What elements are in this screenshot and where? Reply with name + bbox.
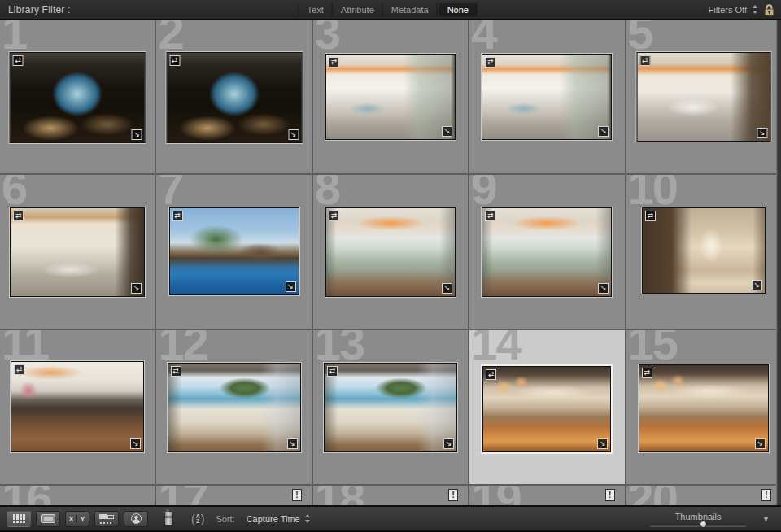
loupe-icon bbox=[41, 514, 55, 523]
grid-cell-16[interactable]: 16 bbox=[0, 486, 155, 505]
compare-view-button[interactable]: XY bbox=[65, 511, 89, 527]
grid-cell-2[interactable]: 2⇄↘ bbox=[156, 20, 311, 173]
survey-icon bbox=[99, 514, 114, 524]
filter-tab-metadata[interactable]: Metadata bbox=[383, 3, 438, 16]
photo-thumbnail-bedroom-terrace-door[interactable]: ⇄↘ bbox=[636, 52, 770, 142]
filter-tab-attribute[interactable]: Attribute bbox=[333, 3, 383, 16]
cell-index-number: 17 bbox=[158, 486, 207, 505]
adjustment-badge-icon: ↘ bbox=[132, 129, 142, 140]
adjustment-badge-icon: ↘ bbox=[598, 283, 609, 294]
cell-index-number: 15 bbox=[628, 330, 678, 367]
grid-cell-14[interactable]: 14⇄↘ bbox=[469, 330, 624, 484]
cell-index-number: 12 bbox=[158, 330, 207, 367]
missing-file-badge-icon[interactable]: ! bbox=[448, 489, 458, 501]
thumbnail-size-slider[interactable] bbox=[650, 524, 746, 526]
filters-dropdown-arrows-icon[interactable] bbox=[753, 5, 758, 14]
adjustment-badge-icon: ↘ bbox=[442, 126, 452, 137]
photo-thumbnail-pool-exterior-tree[interactable]: ⇄↘ bbox=[169, 207, 299, 295]
thumbnail-badge-icon: ⇄ bbox=[486, 369, 496, 380]
cell-index-number: 18 bbox=[315, 486, 364, 505]
filters-off-dropdown[interactable]: Filters Off bbox=[709, 5, 747, 15]
cell-index-number: 7 bbox=[158, 175, 182, 211]
loupe-view-button[interactable] bbox=[36, 511, 60, 527]
grid-view-button[interactable] bbox=[7, 511, 31, 527]
photo-thumbnail-long-living-room[interactable]: ⇄↘ bbox=[10, 207, 145, 297]
thumbnail-badge-icon: ⇄ bbox=[13, 55, 24, 66]
grid-cell-15[interactable]: 15⇄↘ bbox=[626, 330, 781, 484]
grid-cell-6[interactable]: 6⇄↘ bbox=[0, 175, 155, 329]
painter-spray-can-icon[interactable] bbox=[164, 512, 173, 526]
photo-thumbnail-bright-bedroom-windows[interactable]: ⇄↘ bbox=[325, 54, 456, 140]
filter-tab-text[interactable]: Text bbox=[299, 3, 333, 16]
grid-cell-7[interactable]: 7⇄↘ bbox=[156, 175, 311, 329]
grid-cell-4[interactable]: 4⇄↘ bbox=[469, 20, 624, 173]
thumbnail-badge-icon: ⇄ bbox=[329, 211, 339, 221]
photo-thumbnail-evening-interior-wood-floor[interactable]: ⇄↘ bbox=[639, 364, 769, 452]
thumbnail-badge-icon: ⇄ bbox=[645, 211, 656, 221]
cell-index-number: 6 bbox=[2, 175, 26, 211]
thumbnail-badge-icon: ⇄ bbox=[642, 368, 652, 378]
photo-thumbnail-sage-sofa-living-room[interactable]: ⇄↘ bbox=[325, 207, 456, 297]
people-view-button[interactable] bbox=[124, 511, 148, 527]
sort-label: Sort: bbox=[216, 514, 234, 524]
adjustment-badge-icon: ↘ bbox=[131, 283, 142, 294]
adjustment-badge-icon: ↘ bbox=[757, 128, 767, 138]
bottom-toolbar: XY ( AZ ) Sort: Capture Time Thumbnails … bbox=[0, 505, 781, 532]
grid-cell-8[interactable]: 8⇄↘ bbox=[313, 175, 468, 329]
cell-index-number: 1 bbox=[2, 20, 26, 56]
cell-index-number: 16 bbox=[2, 486, 51, 505]
photo-thumbnail-villa-atrium-ocean-view[interactable]: ⇄↘ bbox=[166, 52, 302, 143]
cell-index-number: 19 bbox=[471, 486, 521, 505]
thumbnail-badge-icon: ⇄ bbox=[329, 57, 339, 68]
photo-thumbnail-sage-sofa-living-room[interactable]: ⇄↘ bbox=[482, 207, 612, 297]
filter-tab-none[interactable]: None bbox=[439, 3, 478, 16]
cell-index-number: 2 bbox=[158, 20, 182, 56]
missing-file-badge-icon[interactable]: ! bbox=[761, 489, 771, 501]
filter-lock-icon[interactable] bbox=[764, 3, 774, 16]
grid-cell-11[interactable]: 11⇄↘ bbox=[0, 330, 155, 484]
cell-index-number: 3 bbox=[315, 20, 339, 56]
missing-file-badge-icon[interactable]: ! bbox=[605, 489, 615, 501]
adjustment-badge-icon: ↘ bbox=[755, 438, 766, 449]
grid-icon bbox=[13, 514, 15, 517]
photo-thumbnail-evening-interior-wood-floor[interactable]: ⇄↘ bbox=[482, 366, 611, 452]
sort-criteria-dropdown[interactable]: Capture Time bbox=[247, 514, 300, 524]
missing-file-badge-icon[interactable]: ! bbox=[292, 489, 302, 501]
photo-thumbnail-dining-kitchen-wood-floor[interactable]: ⇄↘ bbox=[11, 361, 144, 452]
library-filter-bar: Library Filter : TextAttributeMetadataNo… bbox=[0, 0, 781, 20]
grid-cell-5[interactable]: 5⇄↘ bbox=[626, 20, 781, 173]
grid-cell-18[interactable]: 18! bbox=[313, 486, 468, 505]
survey-view-button[interactable] bbox=[94, 511, 119, 527]
toolbar-options-disclosure-icon[interactable]: ▼ bbox=[762, 515, 770, 523]
grid-cell-17[interactable]: 17! bbox=[156, 486, 311, 505]
photo-thumbnail-villa-atrium-ocean-view[interactable]: ⇄↘ bbox=[10, 52, 146, 143]
photo-thumbnail-sea-view-living-room[interactable]: ⇄↘ bbox=[168, 363, 301, 452]
grid-cell-10[interactable]: 10⇄↘ bbox=[626, 175, 781, 329]
grid-cell-12[interactable]: 12⇄↘ bbox=[156, 330, 311, 484]
grid-cell-19[interactable]: 19! bbox=[469, 486, 624, 505]
adjustment-badge-icon: ↘ bbox=[598, 126, 609, 137]
grid-cell-9[interactable]: 9⇄↘ bbox=[469, 175, 624, 329]
grid-cell-13[interactable]: 13⇄↘ bbox=[313, 330, 468, 484]
thumbnail-badge-icon: ⇄ bbox=[327, 366, 338, 377]
thumbnail-badge-icon: ⇄ bbox=[172, 211, 183, 221]
photo-thumbnail-sea-view-living-room[interactable]: ⇄↘ bbox=[324, 363, 457, 452]
sort-az-icon: AZ bbox=[195, 514, 201, 524]
grid-cell-3[interactable]: 3⇄↘ bbox=[313, 20, 468, 173]
sort-criteria-arrows-icon[interactable] bbox=[305, 514, 311, 523]
slider-thumb[interactable] bbox=[700, 521, 707, 528]
photo-thumbnail-stone-wall-hallway[interactable]: ⇄↘ bbox=[642, 207, 766, 294]
right-panel-edge bbox=[776, 20, 781, 505]
thumbnail-badge-icon: ⇄ bbox=[485, 57, 495, 68]
cell-index-number: 4 bbox=[471, 20, 495, 56]
grid-cell-1[interactable]: 1⇄↘ bbox=[0, 20, 155, 173]
grid-cell-20[interactable]: 20! bbox=[626, 486, 781, 505]
people-face-icon bbox=[131, 513, 142, 524]
cell-index-number: 14 bbox=[471, 330, 521, 367]
thumbnail-badge-icon: ⇄ bbox=[13, 211, 24, 221]
thumbnail-badge-icon: ⇄ bbox=[171, 366, 181, 377]
cell-index-number: 5 bbox=[628, 20, 652, 56]
thumbnails-label: Thumbnails bbox=[675, 512, 722, 521]
sort-direction-toggle[interactable]: ( AZ ) bbox=[191, 512, 204, 525]
photo-thumbnail-bright-bedroom-windows[interactable]: ⇄↘ bbox=[482, 54, 612, 140]
